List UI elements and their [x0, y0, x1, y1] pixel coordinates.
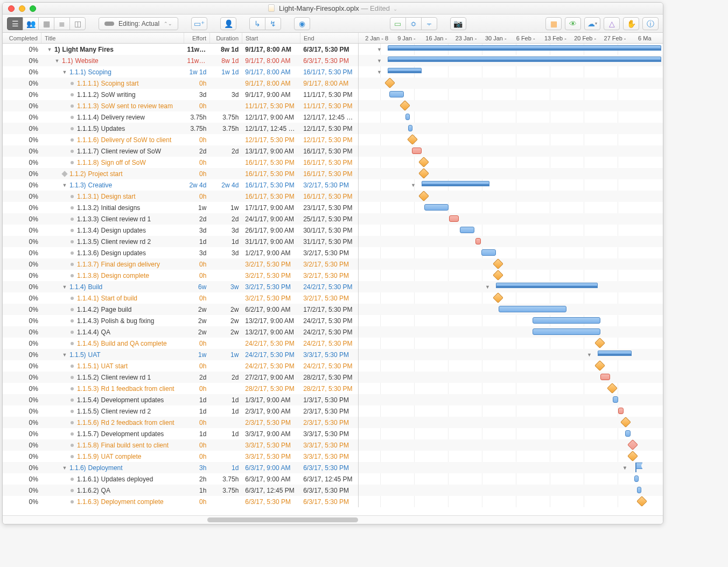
gantt-row[interactable] [359, 247, 663, 258]
gantt-row[interactable] [359, 405, 663, 417]
gantt-row[interactable] [359, 111, 663, 123]
gantt-task-bar[interactable] [533, 328, 600, 335]
outline-row[interactable]: 0%1.1.3.5) Client review rd 21d1d31/1/17… [3, 236, 358, 247]
col-completed[interactable]: Completed [3, 33, 41, 43]
close-button[interactable] [8, 5, 15, 12]
gantt-row[interactable] [359, 473, 663, 485]
gantt-task-bar[interactable] [475, 238, 481, 244]
outline-row[interactable]: 0%▼1.1.5) UAT1w1w24/2/17, 5:30 PM3/3/17,… [3, 349, 358, 360]
gantt-row[interactable] [359, 270, 663, 281]
gantt-milestone[interactable] [418, 168, 429, 179]
info-circle-button[interactable]: ◉ [294, 17, 310, 30]
gantt-row[interactable] [359, 383, 663, 394]
gantt-summary-bar[interactable] [496, 283, 598, 288]
gantt-task-bar[interactable] [637, 487, 641, 493]
gantt-milestone[interactable] [620, 417, 631, 428]
gantt-row[interactable] [359, 191, 663, 202]
gantt-task-bar[interactable] [600, 374, 610, 380]
outline-row[interactable]: 0%1.1.1.4) Delivery review3.75h3.75h12/1… [3, 111, 358, 123]
unlink-button[interactable]: ↯ [265, 17, 281, 30]
outline-row[interactable]: 0%▼1) Light Many Fires11w 3h8w 1d9/1/17,… [3, 44, 358, 55]
gantt-row[interactable] [359, 439, 663, 451]
outline-row[interactable]: 0%1.1.4.3) Polish & bug fixing2w2w13/2/1… [3, 315, 358, 326]
baseline-3-button[interactable]: ⫟ [421, 17, 437, 30]
gantt-milestone[interactable] [636, 496, 647, 507]
gantt-task-bar[interactable] [481, 249, 496, 256]
gantt-disclosure[interactable]: ▼ [622, 465, 627, 471]
gantt-row[interactable] [359, 360, 663, 372]
outline-row[interactable]: 0%1.1.6.1) Updates deployed2h3.75h6/3/17… [3, 473, 358, 485]
snapshot-button[interactable]: 📷 [450, 17, 466, 30]
gantt-row[interactable] [359, 78, 663, 89]
disclosure-triangle[interactable]: ▼ [62, 183, 67, 188]
view-resources-button[interactable]: 👥 [23, 17, 39, 30]
gantt-row[interactable]: ▼ [359, 66, 663, 78]
view-gantt-button[interactable]: ☰ [7, 17, 23, 30]
disclosure-triangle[interactable]: ▼ [54, 58, 60, 64]
gantt-task-bar[interactable] [460, 227, 474, 233]
outline-row[interactable]: 0%▼1.1.3) Creative2w 4d2w 4d16/1/17, 5:3… [3, 179, 358, 191]
editing-mode-dropdown[interactable]: Editing: Actual ⌃⌄ [99, 17, 178, 30]
gantt-flag[interactable] [633, 463, 641, 472]
col-effort[interactable]: Effort [184, 33, 210, 43]
outline-row[interactable]: 0%1.1.5.2) Client review rd 12d2d27/2/17… [3, 372, 358, 383]
outline-row[interactable]: 0%1.1.3.7) Final design delivery0h3/2/17… [3, 258, 358, 270]
gantt-row[interactable] [359, 258, 663, 270]
gantt-milestone[interactable] [607, 383, 618, 394]
outline-row[interactable]: 0%1.1.4.2) Page build2w2w6/2/17, 9:00 AM… [3, 304, 358, 315]
gantt-row[interactable] [359, 315, 663, 326]
gantt-summary-bar[interactable] [388, 68, 422, 73]
gantt-row[interactable] [359, 168, 663, 179]
outline-row[interactable]: 0%1.1.5.6) Rd 2 feedback from client0h2/… [3, 417, 358, 428]
gantt-row[interactable] [359, 202, 663, 213]
outline-row[interactable]: 0%1.1.5.9) UAT complete0h3/3/17, 5:30 PM… [3, 451, 358, 462]
outline-row[interactable]: 0%1.1.1.8) Sign off of SoW0h16/1/17, 5:3… [3, 157, 358, 168]
outline-row[interactable]: 0%1.1.6.3) Deployment complete0h6/3/17, … [3, 496, 358, 507]
outline-row[interactable]: 0%1.1.3.6) Design updates3d3d1/2/17, 9:0… [3, 247, 358, 258]
disclosure-triangle[interactable]: ▼ [47, 47, 52, 52]
gantt-task-bar[interactable] [533, 317, 600, 324]
outline-row[interactable]: 0%1.1.3.3) Client review rd 12d2d24/1/17… [3, 213, 358, 225]
chevron-down-icon[interactable]: ⌄ [393, 6, 397, 12]
gantt-row[interactable] [359, 213, 663, 225]
gantt-milestone[interactable] [400, 100, 410, 111]
zoom-button[interactable] [30, 5, 36, 12]
gantt-row[interactable] [359, 292, 663, 304]
gantt-row[interactable] [359, 372, 663, 383]
gantt-task-bar[interactable] [405, 114, 410, 120]
gantt-row[interactable] [359, 326, 663, 338]
link-button[interactable]: ↳ [249, 17, 265, 30]
outline-row[interactable]: 0%1.1.5.1) UAT start0h24/2/17, 5:30 PM24… [3, 360, 358, 372]
view-table-button[interactable]: ▦ [38, 17, 54, 30]
gantt-row[interactable] [359, 428, 663, 439]
warning-button[interactable]: △ [604, 17, 620, 30]
gantt-milestone[interactable] [407, 134, 418, 145]
gantt-task-bar[interactable] [618, 408, 624, 414]
gantt-row[interactable] [359, 304, 663, 315]
gantt-row[interactable]: ▼▼ [359, 462, 663, 473]
outline-row[interactable]: 0%1.1.4.5) Build and QA complete0h24/2/1… [3, 338, 358, 349]
outline-row[interactable]: 0%1.1.5.7) Development updates1d1d3/3/17… [3, 428, 358, 439]
disclosure-triangle[interactable]: ▼ [62, 465, 67, 471]
minimize-button[interactable] [19, 5, 25, 12]
outline-row[interactable]: 0%1.1.5.3) Rd 1 feedback from client0h28… [3, 383, 358, 394]
assign-button[interactable]: 👤 [220, 17, 236, 30]
outline-row[interactable]: 0%1.1.1.3) SoW sent to review team0h11/1… [3, 100, 358, 111]
gantt-task-bar[interactable] [389, 91, 404, 97]
col-start[interactable]: Start [242, 33, 300, 43]
view-timeline-button[interactable]: ≣ [54, 17, 70, 30]
gantt-row[interactable] [359, 451, 663, 462]
gantt-row[interactable] [359, 145, 663, 157]
cloud-button[interactable]: ☁▾ [584, 17, 600, 30]
outline-row[interactable]: 0%1.1.1.7) Client review of SoW2d2d13/1/… [3, 145, 358, 157]
gantt-row[interactable] [359, 123, 663, 134]
outline-row[interactable]: 0%1.1.5.5) Client review rd 21d1d2/3/17,… [3, 405, 358, 417]
gantt-task-bar[interactable] [613, 396, 618, 403]
gantt-row[interactable] [359, 417, 663, 428]
gantt-disclosure[interactable]: ▼ [377, 69, 382, 75]
outline-row[interactable]: 0%▼1.1.6) Deployment3h1d6/3/17, 9:00 AM6… [3, 462, 358, 473]
gantt-row[interactable] [359, 338, 663, 349]
gantt-disclosure[interactable]: ▼ [411, 183, 416, 188]
gantt-task-bar[interactable] [499, 306, 566, 312]
disclosure-triangle[interactable]: ▼ [62, 284, 67, 290]
